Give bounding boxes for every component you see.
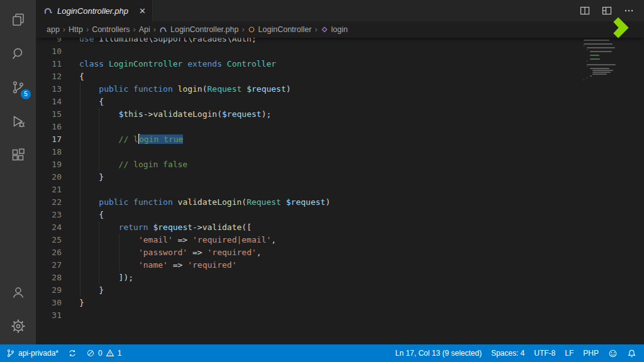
toggle-layout-icon[interactable] [602, 6, 612, 16]
breadcrumb-item-login[interactable]: login [321, 25, 348, 34]
code-line[interactable]: 22 public function validateLogin(Request… [36, 196, 644, 209]
breadcrumb-item-logincontroller[interactable]: LoginController [248, 25, 312, 34]
minimap[interactable] [584, 40, 616, 83]
code-line[interactable]: 29 } [36, 284, 644, 297]
line-number[interactable]: 25 [36, 234, 79, 246]
problems-indicator[interactable]: 0 1 [86, 344, 121, 362]
account-icon[interactable] [0, 275, 36, 309]
php-symbol-icon [159, 26, 167, 34]
more-actions-icon[interactable] [624, 6, 634, 16]
breadcrumb-item-app[interactable]: app [47, 25, 60, 34]
code-token: validateLogin [153, 109, 217, 119]
code-token: // login false [79, 160, 187, 169]
line-number[interactable]: 26 [36, 246, 79, 259]
line-number[interactable]: 11 [36, 58, 79, 70]
code-line[interactable]: 16 [36, 121, 644, 133]
code-token: => [187, 248, 207, 257]
code-line[interactable]: 17 // login true [36, 133, 644, 146]
encoding[interactable]: UTF-8 [534, 344, 555, 362]
line-number[interactable]: 15 [36, 108, 79, 121]
line-number[interactable]: 9 [36, 38, 79, 45]
line-number[interactable]: 27 [36, 259, 79, 272]
code-token: class [79, 59, 109, 69]
code-line[interactable]: 30} [36, 297, 644, 309]
line-number[interactable]: 22 [36, 196, 79, 209]
line-content: use Illuminate\Support\Facades\Auth; [79, 38, 257, 45]
code-line[interactable]: 26 'password' => 'required', [36, 246, 644, 259]
code-line[interactable]: 18 [36, 146, 644, 158]
code-token [128, 84, 133, 94]
editor[interactable]: 9use Illuminate\Support\Facades\Auth;101… [36, 38, 644, 344]
tab-logincontroller-php[interactable]: LoginController.php ✕ [36, 0, 153, 21]
line-number[interactable]: 28 [36, 272, 79, 284]
breadcrumb-item-http[interactable]: Http [69, 25, 83, 34]
code-line[interactable]: 21 [36, 184, 644, 196]
code-token [79, 109, 119, 119]
search-icon[interactable] [0, 36, 36, 70]
eol-selector[interactable]: LF [565, 344, 574, 362]
code-line[interactable]: 13 public function login(Request $reques… [36, 83, 644, 96]
line-number[interactable]: 20 [36, 171, 79, 184]
code-line[interactable]: 24 return $request->validate([ [36, 221, 644, 234]
sync-button[interactable] [68, 344, 77, 362]
code-lines: 9use Illuminate\Support\Facades\Auth;101… [36, 38, 644, 322]
code-line[interactable]: 20 } [36, 171, 644, 184]
line-number[interactable]: 14 [36, 96, 79, 108]
line-number[interactable]: 12 [36, 70, 79, 83]
line-number[interactable]: 31 [36, 309, 79, 322]
breadcrumb-item-controllers[interactable]: Controllers [92, 25, 130, 34]
code-token: ( [242, 197, 247, 207]
feedback-smiley-icon[interactable] [608, 344, 618, 362]
line-content: ]); [79, 272, 133, 284]
line-number[interactable]: 18 [36, 146, 79, 158]
line-content: 'name' => 'required' [79, 259, 236, 272]
activity-bar-top: 5 [0, 3, 36, 172]
explorer-icon[interactable] [0, 3, 36, 36]
status-bar-right: Ln 17, Col 13 (9 selected) Spaces: 4 UTF… [396, 344, 637, 362]
code-line[interactable]: 25 'email' => 'required|email', [36, 234, 644, 246]
close-icon[interactable]: ✕ [139, 6, 146, 16]
line-number[interactable]: 29 [36, 284, 79, 297]
line-number[interactable]: 16 [36, 121, 79, 133]
code-line[interactable]: 12{ [36, 70, 644, 83]
code-line[interactable]: 15 $this->validateLogin($request); [36, 108, 644, 121]
code-line[interactable]: 10 [36, 45, 644, 58]
run-debug-icon[interactable] [0, 104, 36, 138]
code-line[interactable]: 31 [36, 309, 644, 322]
code-line[interactable]: 23 { [36, 209, 644, 221]
notifications-bell-icon[interactable] [627, 344, 636, 362]
code-token: function [133, 197, 173, 207]
line-number[interactable]: 19 [36, 158, 79, 171]
language-mode[interactable]: PHP [583, 344, 599, 362]
code-line[interactable]: 11class LoginController extends Controll… [36, 58, 644, 70]
line-number[interactable]: 10 [36, 45, 79, 58]
line-number[interactable]: 17 [36, 133, 79, 146]
line-content: $this->validateLogin($request); [79, 108, 271, 121]
settings-gear-icon[interactable] [0, 309, 36, 343]
branch-name: api-privada* [18, 349, 58, 358]
code-line[interactable]: 27 'name' => 'required' [36, 259, 644, 272]
breadcrumb-label: app [47, 25, 60, 34]
code-token: $request [153, 222, 192, 232]
source-control-icon[interactable]: 5 [0, 70, 36, 104]
code-token [173, 84, 178, 94]
breadcrumb-separator: › [314, 25, 317, 34]
extensions-icon[interactable] [0, 138, 36, 172]
cursor-position[interactable]: Ln 17, Col 13 (9 selected) [396, 344, 482, 362]
line-number[interactable]: 24 [36, 221, 79, 234]
code-line[interactable]: 28 ]); [36, 272, 644, 284]
line-number[interactable]: 13 [36, 83, 79, 96]
line-number[interactable]: 21 [36, 184, 79, 196]
indentation[interactable]: Spaces: 4 [491, 344, 525, 362]
code-line[interactable]: 14 { [36, 96, 644, 108]
code-token [79, 197, 99, 207]
code-line[interactable]: 19 // login false [36, 158, 644, 171]
code-token [173, 197, 178, 207]
line-number[interactable]: 30 [36, 297, 79, 309]
split-editor-icon[interactable] [580, 6, 590, 16]
breadcrumb-item-api[interactable]: Api [139, 25, 150, 34]
code-line[interactable]: 9use Illuminate\Support\Facades\Auth; [36, 38, 644, 45]
line-number[interactable]: 23 [36, 209, 79, 221]
breadcrumb-item-logincontroller-php[interactable]: LoginController.php [159, 25, 238, 34]
git-branch-indicator[interactable]: api-privada* [6, 344, 58, 362]
